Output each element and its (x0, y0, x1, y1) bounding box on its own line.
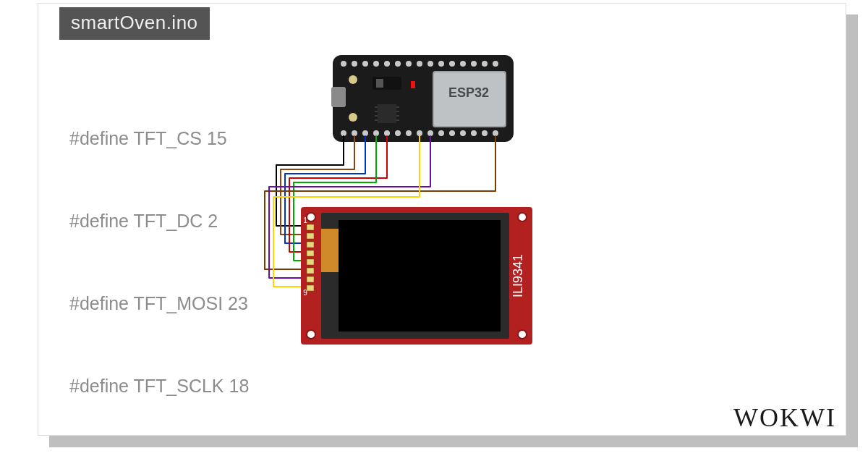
svg-rect-45 (411, 81, 415, 88)
svg-point-6 (395, 61, 401, 67)
svg-point-33 (349, 113, 357, 122)
svg-point-25 (438, 130, 444, 136)
svg-point-3 (362, 61, 368, 67)
svg-point-24 (427, 130, 433, 136)
svg-point-8 (417, 61, 422, 67)
watermark-text: WOKWi (733, 403, 836, 432)
svg-point-16 (341, 130, 346, 136)
svg-point-12 (460, 61, 466, 67)
tft-display: 1 9 ILI9341 (301, 207, 532, 345)
svg-rect-60 (307, 285, 314, 291)
lcd-pin-start: 1 (303, 216, 307, 224)
svg-rect-34 (378, 104, 396, 123)
svg-point-19 (373, 130, 379, 136)
svg-point-10 (438, 61, 444, 67)
wiring-diagram: ESP32 (253, 55, 586, 352)
svg-rect-44 (376, 79, 383, 88)
svg-point-23 (417, 130, 422, 136)
svg-point-20 (384, 130, 390, 136)
svg-point-4 (373, 61, 379, 67)
mcu-label: ESP32 (448, 85, 489, 100)
svg-point-7 (406, 61, 412, 67)
svg-point-32 (349, 75, 357, 84)
svg-point-14 (482, 61, 488, 67)
svg-rect-58 (307, 268, 314, 274)
svg-rect-53 (307, 224, 314, 230)
svg-point-51 (307, 330, 315, 339)
svg-point-11 (449, 61, 455, 67)
svg-rect-57 (307, 259, 314, 265)
svg-point-21 (395, 130, 401, 136)
display-driver-label: ILI9341 (511, 254, 525, 297)
svg-rect-62 (339, 220, 501, 332)
svg-point-18 (362, 130, 368, 136)
svg-point-1 (341, 61, 346, 67)
file-tab-label: smartOven.ino (71, 12, 198, 33)
svg-point-22 (406, 130, 412, 136)
svg-rect-56 (307, 250, 314, 256)
svg-rect-59 (307, 276, 314, 282)
svg-point-50 (518, 213, 527, 221)
svg-point-13 (471, 61, 477, 67)
code-line: #define TFT_SCLK 18 (69, 372, 839, 400)
svg-point-28 (471, 130, 477, 136)
svg-point-49 (307, 213, 315, 221)
svg-rect-55 (307, 242, 314, 248)
svg-point-26 (449, 130, 455, 136)
wiring-svg: ESP32 (253, 55, 586, 352)
svg-point-52 (518, 330, 527, 339)
svg-point-30 (493, 130, 498, 136)
svg-point-29 (482, 130, 488, 136)
svg-rect-31 (331, 87, 346, 107)
wokwi-watermark: WOKWi (733, 402, 836, 433)
svg-point-5 (384, 61, 390, 67)
svg-point-27 (460, 130, 466, 136)
svg-point-17 (352, 130, 357, 136)
svg-point-2 (352, 61, 357, 67)
svg-point-9 (427, 61, 433, 67)
svg-point-15 (493, 61, 498, 67)
svg-rect-63 (321, 229, 339, 272)
file-tab: smartOven.ino (59, 7, 210, 40)
esp32-board: ESP32 (331, 55, 514, 142)
svg-rect-54 (307, 233, 314, 239)
